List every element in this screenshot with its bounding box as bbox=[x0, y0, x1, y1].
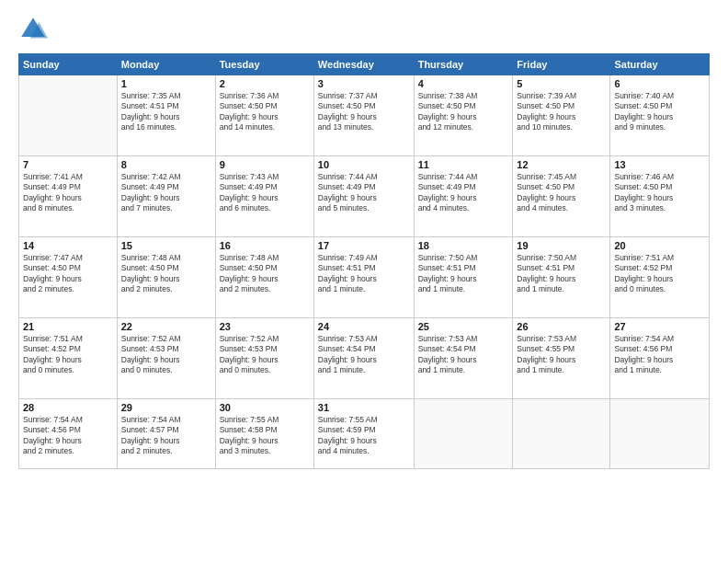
calendar-cell: 28Sunrise: 7:54 AM Sunset: 4:56 PM Dayli… bbox=[19, 399, 118, 469]
calendar-cell bbox=[414, 399, 513, 469]
day-number: 15 bbox=[121, 240, 211, 251]
day-number: 11 bbox=[418, 159, 509, 170]
day-info: Sunrise: 7:39 AM Sunset: 4:50 PM Dayligh… bbox=[517, 91, 606, 133]
day-info: Sunrise: 7:44 AM Sunset: 4:49 PM Dayligh… bbox=[318, 172, 410, 214]
day-info: Sunrise: 7:36 AM Sunset: 4:50 PM Dayligh… bbox=[220, 91, 310, 133]
calendar-cell bbox=[513, 399, 610, 469]
day-info: Sunrise: 7:53 AM Sunset: 4:55 PM Dayligh… bbox=[517, 334, 606, 376]
calendar-cell: 25Sunrise: 7:53 AM Sunset: 4:54 PM Dayli… bbox=[414, 318, 513, 399]
day-number: 31 bbox=[318, 402, 410, 413]
day-info: Sunrise: 7:54 AM Sunset: 4:56 PM Dayligh… bbox=[23, 415, 113, 457]
day-number: 21 bbox=[23, 321, 113, 332]
calendar-cell: 17Sunrise: 7:49 AM Sunset: 4:51 PM Dayli… bbox=[313, 237, 414, 318]
day-info: Sunrise: 7:43 AM Sunset: 4:49 PM Dayligh… bbox=[220, 172, 310, 214]
calendar-cell: 13Sunrise: 7:46 AM Sunset: 4:50 PM Dayli… bbox=[610, 156, 710, 237]
day-info: Sunrise: 7:53 AM Sunset: 4:54 PM Dayligh… bbox=[318, 334, 410, 376]
day-info: Sunrise: 7:55 AM Sunset: 4:59 PM Dayligh… bbox=[318, 415, 410, 457]
calendar-cell: 7Sunrise: 7:41 AM Sunset: 4:49 PM Daylig… bbox=[19, 156, 118, 237]
day-info: Sunrise: 7:35 AM Sunset: 4:51 PM Dayligh… bbox=[121, 91, 211, 133]
day-number: 18 bbox=[418, 240, 509, 251]
calendar-cell: 9Sunrise: 7:43 AM Sunset: 4:49 PM Daylig… bbox=[215, 156, 313, 237]
calendar-cell: 20Sunrise: 7:51 AM Sunset: 4:52 PM Dayli… bbox=[610, 237, 710, 318]
day-info: Sunrise: 7:41 AM Sunset: 4:49 PM Dayligh… bbox=[23, 172, 113, 214]
calendar-cell: 5Sunrise: 7:39 AM Sunset: 4:50 PM Daylig… bbox=[513, 75, 610, 156]
calendar-cell: 10Sunrise: 7:44 AM Sunset: 4:49 PM Dayli… bbox=[313, 156, 414, 237]
day-number: 5 bbox=[517, 78, 606, 89]
calendar-cell: 14Sunrise: 7:47 AM Sunset: 4:50 PM Dayli… bbox=[19, 237, 118, 318]
calendar-cell: 12Sunrise: 7:45 AM Sunset: 4:50 PM Dayli… bbox=[513, 156, 610, 237]
calendar-cell: 29Sunrise: 7:54 AM Sunset: 4:57 PM Dayli… bbox=[117, 399, 215, 469]
weekday-header-thursday: Thursday bbox=[414, 54, 513, 75]
day-number: 27 bbox=[614, 321, 705, 332]
calendar-cell: 26Sunrise: 7:53 AM Sunset: 4:55 PM Dayli… bbox=[513, 318, 610, 399]
day-number: 8 bbox=[121, 159, 211, 170]
weekday-header-wednesday: Wednesday bbox=[313, 54, 414, 75]
calendar-cell: 15Sunrise: 7:48 AM Sunset: 4:50 PM Dayli… bbox=[117, 237, 215, 318]
day-number: 16 bbox=[220, 240, 310, 251]
day-number: 10 bbox=[318, 159, 410, 170]
calendar-week-row: 7Sunrise: 7:41 AM Sunset: 4:49 PM Daylig… bbox=[19, 156, 710, 237]
weekday-header-monday: Monday bbox=[117, 54, 215, 75]
day-info: Sunrise: 7:42 AM Sunset: 4:49 PM Dayligh… bbox=[121, 172, 211, 214]
day-number: 19 bbox=[517, 240, 606, 251]
day-info: Sunrise: 7:53 AM Sunset: 4:54 PM Dayligh… bbox=[418, 334, 509, 376]
calendar-cell: 30Sunrise: 7:55 AM Sunset: 4:58 PM Dayli… bbox=[215, 399, 313, 469]
calendar-cell: 6Sunrise: 7:40 AM Sunset: 4:50 PM Daylig… bbox=[610, 75, 710, 156]
day-number: 24 bbox=[318, 321, 410, 332]
weekday-header-row: SundayMondayTuesdayWednesdayThursdayFrid… bbox=[19, 54, 710, 75]
day-info: Sunrise: 7:54 AM Sunset: 4:56 PM Dayligh… bbox=[614, 334, 705, 376]
day-number: 6 bbox=[614, 78, 705, 89]
calendar-cell: 18Sunrise: 7:50 AM Sunset: 4:51 PM Dayli… bbox=[414, 237, 513, 318]
day-number: 30 bbox=[220, 402, 310, 413]
calendar-cell: 21Sunrise: 7:51 AM Sunset: 4:52 PM Dayli… bbox=[19, 318, 118, 399]
day-info: Sunrise: 7:45 AM Sunset: 4:50 PM Dayligh… bbox=[517, 172, 606, 214]
calendar-cell: 22Sunrise: 7:52 AM Sunset: 4:53 PM Dayli… bbox=[117, 318, 215, 399]
day-number: 22 bbox=[121, 321, 211, 332]
day-info: Sunrise: 7:46 AM Sunset: 4:50 PM Dayligh… bbox=[614, 172, 705, 214]
day-number: 3 bbox=[318, 78, 410, 89]
day-info: Sunrise: 7:48 AM Sunset: 4:50 PM Dayligh… bbox=[220, 253, 310, 295]
day-number: 23 bbox=[220, 321, 310, 332]
day-info: Sunrise: 7:51 AM Sunset: 4:52 PM Dayligh… bbox=[614, 253, 705, 295]
calendar-cell: 8Sunrise: 7:42 AM Sunset: 4:49 PM Daylig… bbox=[117, 156, 215, 237]
day-number: 26 bbox=[517, 321, 606, 332]
day-number: 12 bbox=[517, 159, 606, 170]
calendar-cell: 2Sunrise: 7:36 AM Sunset: 4:50 PM Daylig… bbox=[215, 75, 313, 156]
header bbox=[18, 15, 710, 44]
calendar-cell: 31Sunrise: 7:55 AM Sunset: 4:59 PM Dayli… bbox=[313, 399, 414, 469]
logo bbox=[18, 15, 51, 44]
logo-icon bbox=[18, 15, 48, 44]
day-number: 1 bbox=[121, 78, 211, 89]
weekday-header-saturday: Saturday bbox=[610, 54, 710, 75]
calendar-cell: 23Sunrise: 7:52 AM Sunset: 4:53 PM Dayli… bbox=[215, 318, 313, 399]
page: SundayMondayTuesdayWednesdayThursdayFrid… bbox=[0, 0, 728, 563]
weekday-header-friday: Friday bbox=[513, 54, 610, 75]
calendar-week-row: 28Sunrise: 7:54 AM Sunset: 4:56 PM Dayli… bbox=[19, 399, 710, 469]
day-info: Sunrise: 7:38 AM Sunset: 4:50 PM Dayligh… bbox=[418, 91, 509, 133]
day-number: 13 bbox=[614, 159, 705, 170]
calendar-week-row: 1Sunrise: 7:35 AM Sunset: 4:51 PM Daylig… bbox=[19, 75, 710, 156]
day-info: Sunrise: 7:55 AM Sunset: 4:58 PM Dayligh… bbox=[220, 415, 310, 457]
day-info: Sunrise: 7:47 AM Sunset: 4:50 PM Dayligh… bbox=[23, 253, 113, 295]
day-number: 17 bbox=[318, 240, 410, 251]
day-info: Sunrise: 7:37 AM Sunset: 4:50 PM Dayligh… bbox=[318, 91, 410, 133]
weekday-header-tuesday: Tuesday bbox=[215, 54, 313, 75]
calendar-week-row: 14Sunrise: 7:47 AM Sunset: 4:50 PM Dayli… bbox=[19, 237, 710, 318]
calendar-cell bbox=[610, 399, 710, 469]
day-number: 25 bbox=[418, 321, 509, 332]
weekday-header-sunday: Sunday bbox=[19, 54, 118, 75]
day-info: Sunrise: 7:51 AM Sunset: 4:52 PM Dayligh… bbox=[23, 334, 113, 376]
day-number: 28 bbox=[23, 402, 113, 413]
calendar-cell: 24Sunrise: 7:53 AM Sunset: 4:54 PM Dayli… bbox=[313, 318, 414, 399]
calendar-cell: 11Sunrise: 7:44 AM Sunset: 4:49 PM Dayli… bbox=[414, 156, 513, 237]
calendar-table: SundayMondayTuesdayWednesdayThursdayFrid… bbox=[18, 53, 710, 469]
day-info: Sunrise: 7:54 AM Sunset: 4:57 PM Dayligh… bbox=[121, 415, 211, 457]
day-number: 29 bbox=[121, 402, 211, 413]
day-number: 2 bbox=[220, 78, 310, 89]
calendar-cell: 27Sunrise: 7:54 AM Sunset: 4:56 PM Dayli… bbox=[610, 318, 710, 399]
calendar-cell: 1Sunrise: 7:35 AM Sunset: 4:51 PM Daylig… bbox=[117, 75, 215, 156]
day-info: Sunrise: 7:50 AM Sunset: 4:51 PM Dayligh… bbox=[418, 253, 509, 295]
calendar-cell: 3Sunrise: 7:37 AM Sunset: 4:50 PM Daylig… bbox=[313, 75, 414, 156]
calendar-cell bbox=[19, 75, 118, 156]
day-number: 20 bbox=[614, 240, 705, 251]
